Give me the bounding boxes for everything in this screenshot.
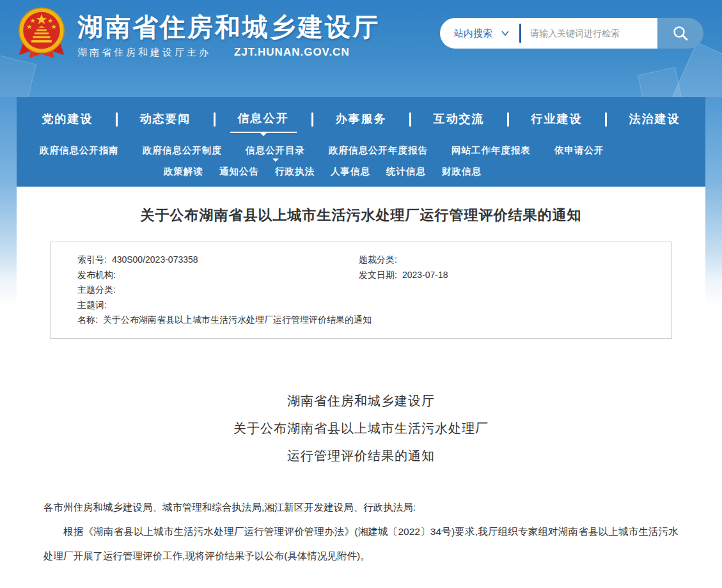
main-nav: 党的建设 动态要闻 信息公开 办事服务 互动交流 行业建设 法治建设 (17, 97, 705, 142)
document-paragraph: 根据《湖南省县以上城市生活污水处理厂运行管理评价管理办法》(湘建城〔2022〕3… (43, 520, 679, 568)
subnav-item-disclosure-catalog[interactable]: 信息公开目录 (246, 144, 305, 157)
subnav-item-statistics-info[interactable]: 统计信息 (386, 166, 426, 178)
site-title: 湖南省住房和城乡建设厅 (77, 10, 380, 43)
nav-item-interaction[interactable]: 互动交流 (426, 107, 492, 132)
subnav-item-personnel-info[interactable]: 人事信息 (331, 166, 370, 178)
subnav-item-website-annual-report[interactable]: 网站工作年度报表 (451, 144, 531, 157)
document-heading-line3: 运行管理评价结果的通知 (17, 442, 705, 470)
meta-row: 发布机构: 发文日期: 2023-07-18 (77, 268, 659, 283)
nav-panel: 党的建设 动态要闻 信息公开 办事服务 互动交流 行业建设 法治建设 政府信息公… (17, 97, 705, 187)
meta-keywords-label: 主题词: (77, 298, 107, 313)
meta-name-label: 名称: (77, 313, 98, 328)
search-divider (519, 24, 521, 43)
nav-separator (214, 112, 216, 127)
meta-row: 主题词: (77, 298, 659, 313)
subnav-item-administrative-enforcement[interactable]: 行政执法 (275, 166, 315, 178)
national-emblem-logo (16, 5, 67, 64)
meta-agency-label: 发布机构: (77, 268, 116, 283)
nav-item-news[interactable]: 动态要闻 (132, 107, 199, 132)
nav-separator (311, 112, 313, 127)
subnav-item-disclosure-by-request[interactable]: 依申请公开 (554, 144, 604, 157)
document-heading-line1: 湖南省住房和城乡建设厅 (17, 387, 705, 415)
search-button[interactable] (657, 18, 703, 49)
nav-item-label: 信息公开 (238, 112, 289, 125)
active-subnav-caret-icon (272, 159, 279, 165)
meta-topic-label: 主题分类: (77, 282, 116, 298)
meta-name-value: 关于公布湖南省县以上城市生活污水处理厂运行管理评价结果的通知 (103, 313, 372, 328)
nav-item-info-disclosure[interactable]: 信息公开 (230, 107, 297, 133)
nav-item-rule-of-law[interactable]: 法治建设 (622, 107, 688, 132)
subnav-row2: 政策解读 通知公告 行政执法 人事信息 统计信息 财政信息 (17, 157, 705, 180)
nav-separator (116, 112, 118, 127)
meta-row: 名称: 关于公布湖南省县以上城市生活污水处理厂运行管理评价结果的通知 (77, 313, 659, 328)
meta-date-value: 2023-07-18 (402, 268, 448, 283)
search-scope-dropdown[interactable]: 站内搜索 (454, 27, 509, 40)
nav-separator (605, 112, 607, 127)
page-title: 关于公布湖南省县以上城市生活污水处理厂运行管理评价结果的通知 (17, 187, 705, 225)
site-subrow: 湖南省住房和建设厅主办 ZJT.HUNAN.GOV.CN (77, 46, 380, 59)
nav-separator (507, 112, 509, 127)
document-meta-box: 索引号: 430S00/2023-073358 题裁分类: 发布机构: 发文日期… (50, 242, 672, 339)
subnav-item-annual-report[interactable]: 政府信息公开年度报告 (329, 144, 428, 157)
subnav-item-finance-info[interactable]: 财政信息 (442, 166, 482, 178)
document-heading: 湖南省住房和城乡建设厅 关于公布湖南省县以上城市生活污水处理厂 运行管理评价结果… (17, 387, 705, 470)
meta-index-label: 索引号: (77, 252, 107, 268)
search-field-wrap: 站内搜索 (440, 18, 657, 49)
subnav-item-label: 信息公开目录 (246, 145, 305, 155)
meta-date-label: 发文日期: (359, 268, 397, 283)
site-domain: ZJT.HUNAN.GOV.CN (234, 46, 350, 59)
site-brand: 湖南省住房和城乡建设厅 湖南省住房和建设厅主办 ZJT.HUNAN.GOV.CN (16, 5, 380, 64)
document-salutation: 各市州住房和城乡建设局、城市管理和综合执法局,湘江新区开发建设局、行政执法局: (43, 495, 679, 520)
nav-item-services[interactable]: 办事服务 (328, 107, 395, 132)
nav-item-industry[interactable]: 行业建设 (524, 107, 590, 132)
nav-item-party-building[interactable]: 党的建设 (35, 107, 101, 132)
active-nav-caret-icon (260, 133, 267, 139)
subnav-item-disclosure-guide[interactable]: 政府信息公开指南 (40, 144, 119, 157)
main-content: 关于公布湖南省县以上城市生活污水处理厂运行管理评价结果的通知 索引号: 430S… (17, 187, 705, 588)
meta-index-value: 430S00/2023-073358 (112, 252, 198, 268)
subnav-row1: 政府信息公开指南 政府信息公开制度 信息公开目录 政府信息公开年度报告 网站工作… (17, 142, 705, 157)
site-subtitle: 湖南省住房和建设厅主办 (77, 47, 211, 59)
subnav-item-notices[interactable]: 通知公告 (219, 166, 259, 178)
nav-separator (409, 112, 411, 127)
search-input[interactable] (530, 28, 657, 38)
brand-text: 湖南省住房和城乡建设厅 湖南省住房和建设厅主办 ZJT.HUNAN.GOV.CN (77, 10, 380, 59)
chevron-down-icon (501, 31, 509, 36)
search-scope-label: 站内搜索 (454, 27, 492, 40)
document-body: 各市州住房和城乡建设局、城市管理和综合执法局,湘江新区开发建设局、行政执法局: … (17, 495, 705, 588)
meta-row: 主题分类: (77, 282, 659, 298)
subnav-item-disclosure-system[interactable]: 政府信息公开制度 (143, 144, 222, 157)
subnav-item-policy-interpretation[interactable]: 政策解读 (164, 166, 203, 178)
meta-row: 索引号: 430S00/2023-073358 题裁分类: (77, 252, 659, 268)
site-header: 湖南省住房和城乡建设厅 湖南省住房和建设厅主办 ZJT.HUNAN.GOV.CN… (0, 0, 722, 97)
search-icon (672, 25, 689, 42)
document-heading-line2: 关于公布湖南省县以上城市生活污水处理厂 (17, 415, 705, 442)
search-bar: 站内搜索 (440, 18, 703, 49)
meta-genre-label: 题裁分类: (359, 252, 397, 268)
